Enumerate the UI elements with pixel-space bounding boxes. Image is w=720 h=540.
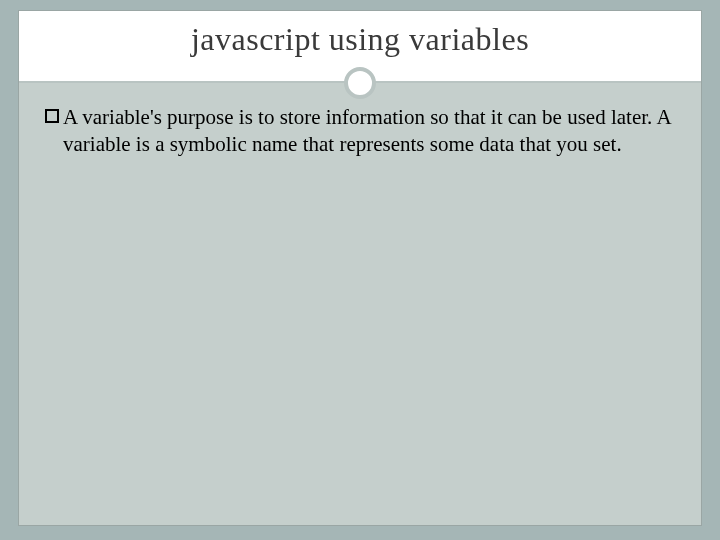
slide-title: javascript using variables (29, 21, 691, 58)
title-area: javascript using variables (19, 11, 701, 82)
bullet-square-icon (45, 109, 59, 123)
slide: javascript using variables A variable's … (18, 10, 702, 526)
list-item: A variable's purpose is to store informa… (45, 104, 675, 158)
bullet-text: A variable's purpose is to store informa… (63, 104, 675, 158)
divider-circle-icon (344, 67, 376, 99)
